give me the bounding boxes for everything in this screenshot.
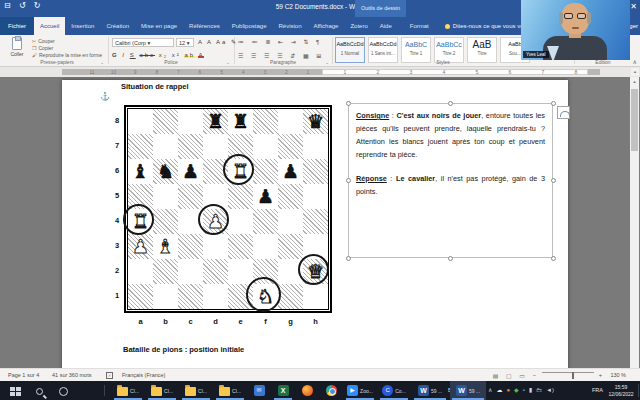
chess-piece-black-queen-h8: ♛ [303, 109, 328, 134]
tab-zotero[interactable]: Zotero [344, 17, 373, 35]
style-card-1-normal[interactable]: AaBbCcDd1 Normal [335, 37, 365, 63]
bold-button[interactable]: G [112, 52, 119, 58]
task-view-icon [82, 385, 93, 396]
zoom-in-button[interactable]: + [599, 372, 602, 378]
taskbar-item-zoom-Zoo[interactable]: ▶Zoo... [344, 381, 376, 400]
word-count[interactable]: 41 sur 360 mots [52, 372, 91, 378]
board-square-c8 [178, 109, 203, 134]
tab-aide[interactable]: Aide [374, 17, 398, 35]
ruler-mark: 3 [406, 69, 416, 75]
taskbar-item-folder-Cl[interactable]: Cl... [146, 381, 178, 400]
tab-mise-en-page[interactable]: Mise en page [135, 17, 183, 35]
paste-button[interactable]: Coller [4, 37, 30, 61]
superscript-button[interactable]: x² [172, 52, 181, 58]
tray-icon[interactable]: ▮ [529, 386, 532, 395]
paragraph-buttons-row1[interactable]: ≔ ≕ ≣ ⇤ ⇥ ⇅ ¶ [238, 38, 322, 45]
paragraph-buttons-row2[interactable]: ☰ ☰ ☰ ☰ ⇵ ▦ ⊞ [238, 52, 324, 59]
dialog-launcher-icon[interactable]: ⌄ [100, 59, 104, 65]
italic-button[interactable]: I [122, 52, 126, 58]
tab-format[interactable]: Format [404, 17, 435, 35]
taskbar-item-excel[interactable]: X [272, 381, 294, 400]
clock[interactable]: 15:5912/06/2022 [606, 384, 636, 397]
scissors-icon: ✂ [32, 38, 36, 44]
selection-handle[interactable] [346, 178, 351, 183]
selection-handle[interactable] [551, 256, 556, 261]
scroll-arrow-icon[interactable]: ▲ [630, 77, 639, 87]
webcam-overlay[interactable]: Yves Leal [521, 0, 630, 60]
tab-fichier[interactable]: Fichier [0, 17, 34, 35]
taskbar-item-blue-Co[interactable]: CCo... [378, 381, 410, 400]
subscript-button[interactable]: x₂ [159, 52, 168, 58]
tray-icon[interactable]: ∧ [488, 386, 492, 395]
taskbar-item-folder-Cl[interactable]: Cl... [180, 381, 212, 400]
zoom-out-button[interactable]: − [533, 372, 536, 378]
keyboard-language[interactable]: FRA [592, 387, 603, 393]
view-buttons[interactable]: ▤ ▢ ▭ [493, 372, 528, 379]
board-square-h7 [303, 134, 328, 159]
taskbar-item-firefox[interactable] [296, 381, 318, 400]
taskbar-item-word-59[interactable]: W59 ... [412, 381, 448, 400]
highlight-button[interactable]: ab [184, 52, 195, 58]
selection-handle[interactable] [448, 101, 453, 106]
taskbar-item-cortana[interactable] [52, 381, 74, 400]
taskbar-item-search[interactable] [28, 381, 50, 400]
font-color-button[interactable]: A [198, 52, 204, 58]
selection-handle[interactable] [551, 101, 556, 106]
font-buttons-row1[interactable]: A A Aa ✎ [198, 38, 238, 45]
consigne-textbox[interactable]: Consigne : C'est aux noirs de jouer, ent… [348, 103, 553, 258]
tray-icon[interactable]: ● [506, 386, 510, 395]
collapse-ribbon-icon[interactable]: ∧ [633, 58, 637, 65]
layout-options-button[interactable] [557, 106, 570, 119]
scroll-up-icon[interactable]: ▲ [631, 68, 639, 76]
language-indicator[interactable]: Français (France) [122, 372, 165, 378]
tab-accueil[interactable]: Accueil [34, 17, 65, 35]
close-icon[interactable]: ✕ [630, 2, 637, 11]
taskbar-item-chrome[interactable] [320, 381, 342, 400]
tab-affichage[interactable]: Affichage [308, 17, 345, 35]
tab-r-vision[interactable]: Révision [272, 17, 307, 35]
selection-handle[interactable] [346, 101, 351, 106]
app-icon: C [382, 385, 393, 396]
document-heading: Situation de rappel [121, 82, 189, 91]
proofing-icon[interactable]: ✓ [106, 372, 113, 379]
tab-r-f-rences[interactable]: Références [183, 17, 226, 35]
tab-insertion[interactable]: Insertion [65, 17, 100, 35]
underline-button[interactable]: S [130, 52, 136, 58]
selection-handle[interactable] [346, 256, 351, 261]
tab-cr-ation[interactable]: Création [100, 17, 135, 35]
brush-icon: 🖌 [32, 52, 37, 58]
taskbar-item-folder-Cl[interactable]: Cl... [112, 381, 144, 400]
zoom-slider-thumb[interactable] [572, 372, 574, 379]
tray-icon[interactable]: ◆ [514, 386, 519, 395]
taskbar-item-start[interactable] [4, 381, 26, 400]
tray-icon[interactable]: ▪ [523, 386, 525, 395]
zoom-level[interactable]: 130 % [610, 372, 626, 378]
tray-icon[interactable]: 🗀 [536, 386, 542, 395]
ruler-mark: 4 [439, 69, 449, 75]
chess-diagram[interactable]: ♜♜♛♝♞♟♜♟♟♜♟♟♝♛♞ [124, 105, 332, 313]
file-label-b: b [153, 317, 178, 326]
vertical-scrollbar[interactable]: ▲ [630, 77, 639, 368]
dialog-launcher-icon[interactable]: ⌄ [226, 59, 230, 65]
tray-icon[interactable]: ☁ [496, 386, 502, 395]
tray-icon[interactable]: ◄) [546, 386, 554, 395]
dialog-launcher-icon[interactable]: ⌄ [325, 59, 329, 65]
font-name-select[interactable]: Calibri (Corp ▾ [112, 38, 174, 47]
taskbar-item-word-59[interactable]: W59 ... [450, 381, 486, 400]
format-painter-button[interactable]: 🖌Reproduire la mise en forme [32, 52, 102, 59]
taskbar-item-taskview[interactable] [76, 381, 98, 400]
scrollbar-thumb[interactable] [631, 89, 638, 151]
selection-handle[interactable] [551, 178, 556, 183]
cut-button[interactable]: ✂Couper [32, 38, 102, 45]
font-size-select[interactable]: 12 ▾ [176, 38, 194, 47]
font-buttons-row2[interactable]: G I S abc x₂ x² ab A [112, 52, 204, 58]
taskbar-item-folder-Cl[interactable]: Cl... [214, 381, 246, 400]
copy-button[interactable]: ❐Copier [32, 45, 102, 52]
style-card-1-sans-int-[interactable]: AaBbCcDd1 Sans int... [368, 37, 398, 63]
strikethrough-button[interactable]: abc [139, 52, 155, 58]
page-indicator[interactable]: Page 1 sur 4 [8, 372, 39, 378]
taskbar-item-mail[interactable]: ✉ [248, 381, 270, 400]
zoom-slider[interactable] [542, 372, 594, 373]
selection-handle[interactable] [448, 256, 453, 261]
tab-publipostage[interactable]: Publipostage [226, 17, 273, 35]
